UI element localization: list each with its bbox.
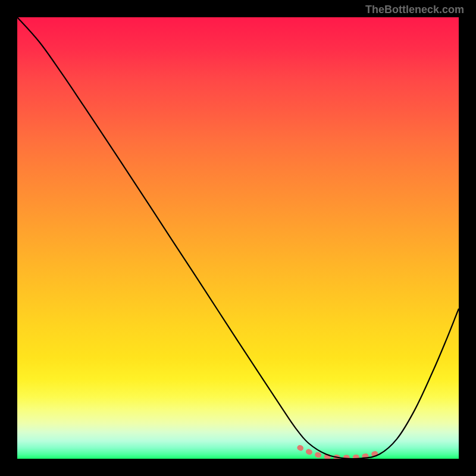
accent-segment	[300, 447, 380, 458]
curve-layer	[17, 17, 459, 459]
plot-area	[17, 17, 459, 459]
attribution-text: TheBottleneck.com	[365, 4, 464, 16]
bottleneck-curve	[17, 17, 459, 459]
